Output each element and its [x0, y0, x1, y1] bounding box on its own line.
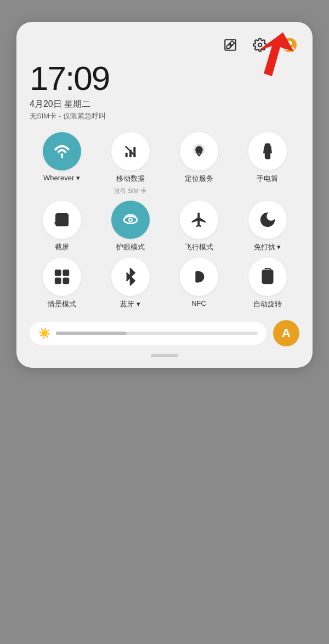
toggle-mobile[interactable]: 移动数据 没有 SIM 卡 — [98, 132, 162, 195]
toggle-airplane[interactable]: 飞行模式 — [167, 201, 231, 252]
svg-point-5 — [61, 156, 63, 158]
toggle-eyecare[interactable]: 护眼模式 — [98, 201, 162, 252]
toggle-circle-nfc — [180, 258, 218, 296]
toggle-scene[interactable]: 情景模式 — [30, 258, 94, 309]
svg-point-11 — [198, 149, 200, 151]
date-display: 4月20日 星期二 — [30, 99, 299, 110]
toggle-label-airplane: 飞行模式 — [185, 242, 213, 252]
toggle-nfc[interactable]: NFC — [167, 258, 231, 309]
svg-rect-21 — [63, 270, 68, 275]
settings-gear-icon[interactable] — [250, 35, 270, 55]
toggle-screenshot[interactable]: 截屏 — [30, 201, 94, 252]
toggle-circle-mobile — [111, 132, 150, 170]
toggle-label-eyecare: 护眼模式 — [116, 242, 145, 252]
toggle-label-scene: 情景模式 — [48, 299, 76, 309]
toggle-circle-autorotate — [248, 258, 287, 296]
brightness-fill — [56, 332, 127, 335]
brightness-row: ☀️ A — [30, 320, 299, 346]
toggle-circle-location — [180, 132, 218, 170]
avatar-button[interactable]: A — [273, 320, 299, 346]
toggle-autorotate[interactable]: 自动旋转 — [235, 258, 299, 309]
toggle-circle-airplane — [180, 201, 218, 239]
svg-rect-20 — [55, 270, 60, 275]
brightness-track[interactable]: ☀️ — [30, 322, 266, 345]
toggle-sub-mobile: 没有 SIM 卡 — [114, 187, 146, 195]
brightness-bar[interactable] — [56, 332, 258, 335]
toggle-circle-flashlight — [248, 132, 287, 170]
time-display: 17:09 — [30, 61, 299, 95]
toggle-circle-eyecare — [111, 201, 150, 239]
toggle-location[interactable]: 定位服务 — [167, 132, 231, 195]
toggle-label-location: 定位服务 — [185, 174, 213, 184]
toggle-label-nfc: NFC — [191, 299, 206, 307]
toggle-circle-bluetooth — [111, 258, 150, 296]
toggle-label-bluetooth: 蓝牙 ▾ — [120, 299, 140, 309]
time-section: 17:09 4月20日 星期二 无SIM卡 - 仅限紧急呼叫 — [30, 61, 299, 121]
svg-point-14 — [266, 155, 269, 157]
toggle-label-flashlight: 手电筒 — [257, 174, 278, 184]
user-profile-icon[interactable] — [280, 35, 299, 55]
toggle-label-dnd: 免打扰 ▾ — [254, 242, 281, 252]
bottom-handle — [30, 354, 299, 357]
svg-point-1 — [258, 43, 262, 47]
header-icons-row — [30, 35, 299, 55]
svg-rect-6 — [125, 153, 127, 157]
toggle-wifi[interactable]: Wherever ▾ — [30, 132, 94, 195]
toggle-circle-screenshot — [43, 201, 81, 239]
toggle-bluetooth[interactable]: 蓝牙 ▾ — [98, 258, 162, 309]
toggle-circle-wifi — [43, 132, 81, 170]
brightness-icon: ☀️ — [38, 327, 50, 339]
toggle-label-screenshot: 截屏 — [55, 242, 69, 252]
svg-point-3 — [287, 41, 292, 45]
svg-rect-16 — [58, 215, 66, 224]
sim-status: 无SIM卡 - 仅限紧急呼叫 — [30, 111, 299, 121]
control-panel: 17:09 4月20日 星期二 无SIM卡 - 仅限紧急呼叫 Wherever … — [16, 22, 313, 368]
toggle-circle-scene — [43, 258, 81, 296]
toggle-dnd[interactable]: 免打扰 ▾ — [235, 201, 299, 252]
toggle-flashlight[interactable]: 手电筒 — [235, 132, 299, 195]
handle-bar — [151, 354, 178, 357]
svg-rect-22 — [55, 278, 60, 283]
svg-rect-23 — [63, 278, 68, 283]
toggle-grid: Wherever ▾ 移动数据 没有 SIM 卡 — [30, 132, 299, 309]
toggle-label-wifi: Wherever ▾ — [43, 174, 80, 182]
toggle-circle-dnd — [248, 201, 287, 239]
svg-point-19 — [129, 219, 132, 221]
toggle-label-autorotate: 自动旋转 — [253, 299, 282, 309]
edit-icon[interactable] — [220, 35, 240, 55]
toggle-label-mobile: 移动数据 — [116, 174, 145, 184]
